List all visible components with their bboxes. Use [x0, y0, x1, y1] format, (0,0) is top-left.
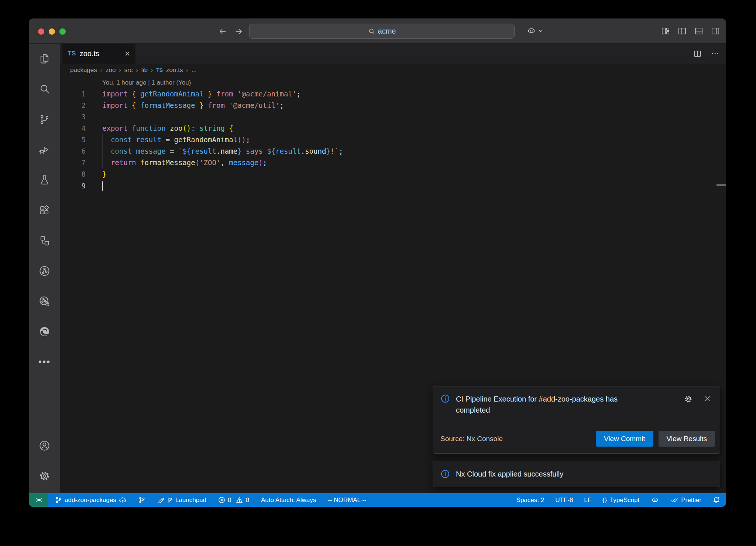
activity-bar: •••	[29, 44, 60, 493]
title-bar: acme	[29, 18, 726, 44]
sidebar-item-search[interactable]	[29, 74, 60, 104]
tab-bar: TS zoo.ts ✕ ⋯	[60, 44, 726, 64]
status-source-control[interactable]	[138, 496, 145, 504]
code-text: import { formatMessage } from '@acme/uti…	[102, 100, 284, 111]
chevron-down-icon	[538, 28, 543, 33]
line-number: 9	[60, 180, 86, 191]
nx-cloud-icon	[38, 295, 51, 307]
typescript-file-icon: TS	[68, 50, 76, 57]
sidebar-item-run-debug[interactable]	[29, 134, 60, 165]
status-copilot[interactable]	[650, 495, 660, 505]
notification-message: CI Pipeline Execution for #add-zoo-packa…	[456, 394, 646, 416]
sidebar-item-hierarchy[interactable]	[29, 225, 60, 256]
remote-indicator[interactable]: ><	[29, 493, 48, 507]
bell-icon	[712, 496, 720, 504]
status-formatter[interactable]: Prettier	[671, 496, 701, 504]
git-branch-icon	[55, 496, 62, 504]
search-icon	[368, 28, 375, 35]
status-auto-attach[interactable]: Auto Attach: Always	[261, 496, 316, 504]
code-line-current[interactable]: 9	[60, 180, 726, 191]
forward-arrow-icon[interactable]	[234, 27, 244, 36]
sidebar-item-nx-cloud[interactable]	[29, 286, 60, 316]
launchpad-label: Launchpad	[175, 496, 206, 504]
tab-close-icon[interactable]: ✕	[124, 50, 130, 58]
code-line[interactable]: 6 const message = `${result.name} says $…	[60, 146, 726, 157]
status-problems[interactable]: 0 0	[218, 496, 249, 504]
notification-message: Nx Cloud fix applied successfully	[456, 470, 563, 478]
notification-close-icon[interactable]	[703, 395, 712, 403]
code-text: export function zoo(): string {	[102, 123, 233, 134]
cloud-upload-icon	[119, 496, 127, 504]
code-line[interactable]: 8}	[60, 168, 726, 180]
typescript-file-icon: TS	[156, 67, 163, 73]
tab-zoo-ts[interactable]: TS zoo.ts ✕	[62, 44, 135, 64]
back-arrow-icon[interactable]	[218, 27, 227, 36]
indent-guide	[102, 134, 103, 168]
line-number: 4	[60, 123, 86, 134]
code-line[interactable]: 2import { formatMessage } from '@acme/ut…	[60, 100, 726, 111]
line-number: 7	[60, 157, 86, 168]
status-language-mode[interactable]: {} TypeScript	[602, 496, 639, 504]
status-launchpad[interactable]: Launchpad	[157, 496, 206, 504]
sidebar-item-edge-tools[interactable]	[29, 316, 60, 347]
copilot-menu[interactable]	[526, 26, 543, 36]
breadcrumb-item[interactable]: zoo	[106, 66, 116, 74]
view-commit-button[interactable]: View Commit	[596, 431, 653, 447]
sidebar-item-settings[interactable]	[29, 461, 60, 491]
git-blame-annotation: You, 1 hour ago | 1 author (You)	[102, 77, 191, 88]
breadcrumb-item[interactable]: src	[124, 66, 133, 74]
toggle-panel-icon[interactable]	[694, 26, 704, 36]
hierarchy-icon	[38, 235, 51, 247]
edge-icon	[38, 325, 51, 338]
search-icon	[38, 83, 51, 95]
code-line[interactable]: 1import { getRandomAnimal } from '@acme/…	[60, 88, 726, 100]
desktop: { "titlebar": { "search_value": "acme" }…	[0, 0, 756, 546]
line-number: 6	[60, 146, 86, 157]
notification-settings-gear-icon[interactable]	[684, 395, 693, 404]
view-results-button[interactable]: View Results	[659, 431, 715, 447]
sidebar-item-source-control[interactable]	[29, 104, 60, 134]
tab-label: zoo.ts	[80, 50, 99, 58]
files-icon	[38, 53, 51, 65]
error-count: 0	[228, 496, 231, 504]
status-encoding[interactable]: UTF-8	[555, 496, 573, 504]
extensions-icon	[38, 204, 51, 216]
customize-layout-icon[interactable]	[661, 26, 670, 36]
toggle-primary-sidebar-icon[interactable]	[677, 26, 687, 36]
code-text: const message = `${result.name} says ${r…	[102, 146, 343, 157]
status-vim-mode[interactable]: -- NORMAL --	[328, 496, 366, 504]
warning-count: 0	[245, 496, 249, 504]
toggle-secondary-sidebar-icon[interactable]	[711, 26, 720, 36]
code-line[interactable]: 5 const result = getRandomAnimal();	[60, 134, 726, 146]
beaker-icon	[38, 174, 51, 186]
command-center-search[interactable]: acme	[249, 24, 515, 39]
status-notifications[interactable]	[712, 496, 720, 504]
minimize-window-button[interactable]	[49, 28, 55, 35]
code-text: }	[102, 168, 106, 180]
branch-name: add-zoo-packages	[65, 496, 116, 504]
code-line[interactable]: 7 return formatMessage('ZOO', message);	[60, 157, 726, 168]
sidebar-item-extensions[interactable]	[29, 195, 60, 225]
maximize-window-button[interactable]	[59, 28, 66, 35]
sidebar-item-testing[interactable]	[29, 165, 60, 195]
status-indentation[interactable]: Spaces: 2	[516, 496, 544, 504]
sidebar-item-account[interactable]	[29, 430, 60, 461]
sidebar-item-nx-console[interactable]	[29, 256, 60, 286]
sidebar-item-more-views[interactable]: •••	[29, 347, 60, 377]
code-line[interactable]: 3	[60, 111, 726, 123]
status-eol[interactable]: LF	[584, 496, 591, 504]
more-actions-icon[interactable]: ⋯	[711, 49, 719, 58]
status-branch[interactable]: add-zoo-packages	[55, 496, 127, 504]
code-text: const result = getRandomAnimal();	[102, 134, 250, 146]
code-line[interactable]: 4export function zoo(): string {	[60, 123, 726, 134]
sidebar-item-explorer[interactable]	[29, 44, 60, 74]
breadcrumb-item[interactable]: packages	[70, 66, 97, 74]
git-branch-small-icon	[167, 497, 173, 503]
breadcrumb-item[interactable]: lib	[141, 66, 148, 74]
split-editor-icon[interactable]	[693, 49, 702, 58]
search-value: acme	[378, 27, 396, 35]
breadcrumb-item[interactable]: ...	[192, 66, 197, 74]
breadcrumb: packages› zoo› src› lib› TS zoo.ts› ...	[60, 64, 726, 77]
close-window-button[interactable]	[38, 28, 44, 35]
breadcrumb-item[interactable]: zoo.ts	[166, 66, 183, 74]
